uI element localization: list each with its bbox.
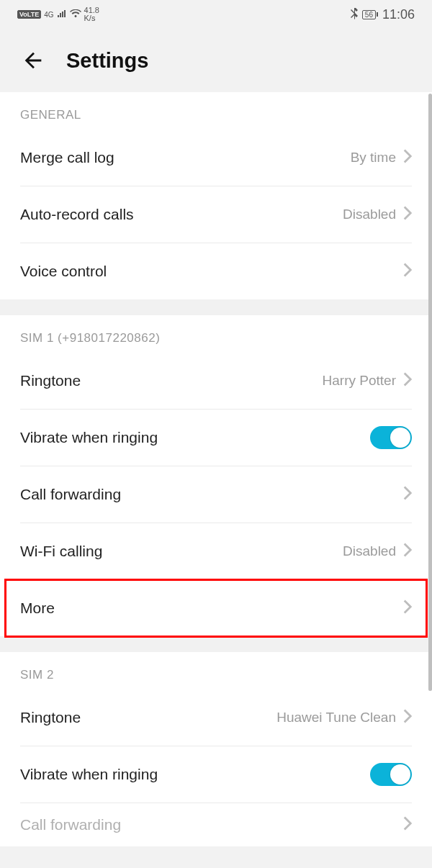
- signal-icon: [57, 9, 67, 20]
- row-label: Call forwarding: [20, 816, 403, 833]
- data-speed: 41.8K/s: [84, 6, 99, 22]
- row-label: Vibrate when ringing: [20, 766, 370, 783]
- row-label: Vibrate when ringing: [20, 429, 370, 446]
- row-value: Huawei Tune Clean: [276, 710, 396, 725]
- chevron-right-icon: [403, 372, 412, 389]
- scroll-indicator[interactable]: [428, 94, 432, 691]
- row-sim2-ringtone[interactable]: Ringtone Huawei Tune Clean: [0, 690, 432, 746]
- row-label: Call forwarding: [20, 486, 403, 503]
- volte-badge: VoLTE: [17, 10, 41, 19]
- chevron-right-icon: [403, 149, 412, 166]
- section-header-sim1: SIM 1 (+918017220862): [0, 315, 432, 353]
- chevron-right-icon: [403, 709, 412, 726]
- row-label: Auto-record calls: [20, 206, 343, 223]
- row-sim1-vibrate[interactable]: Vibrate when ringing: [0, 410, 432, 466]
- settings-content: General Merge call log By time Auto-reco…: [0, 92, 432, 846]
- chevron-right-icon: [403, 206, 412, 223]
- page-title: Settings: [66, 49, 148, 73]
- app-header: Settings: [0, 29, 432, 92]
- wifi-icon: [70, 9, 81, 20]
- row-voice-control[interactable]: Voice control: [0, 243, 432, 299]
- clock: 11:06: [382, 7, 415, 22]
- section-header-general: General: [0, 92, 432, 130]
- back-arrow-icon: [21, 48, 45, 73]
- bluetooth-icon: [351, 8, 358, 22]
- row-sim2-vibrate[interactable]: Vibrate when ringing: [0, 746, 432, 803]
- row-value: Disabled: [343, 543, 396, 559]
- toggle-switch[interactable]: [370, 426, 412, 449]
- row-label: Ringtone: [20, 372, 323, 389]
- chevron-right-icon: [403, 263, 412, 280]
- toggle-switch[interactable]: [370, 763, 412, 786]
- chevron-right-icon: [403, 816, 412, 833]
- chevron-right-icon: [403, 486, 412, 503]
- row-sim1-call-forwarding[interactable]: Call forwarding: [0, 466, 432, 523]
- row-sim1-more[interactable]: More: [0, 580, 432, 636]
- status-bar: VoLTE 4G 41.8K/s 56 11:06: [0, 0, 432, 29]
- row-label: Merge call log: [20, 149, 351, 166]
- row-merge-call-log[interactable]: Merge call log By time: [0, 130, 432, 186]
- section-header-sim2: SIM 2: [0, 652, 432, 690]
- row-value: Disabled: [343, 207, 396, 222]
- row-label: Ringtone: [20, 709, 276, 726]
- row-value: Harry Potter: [323, 373, 396, 389]
- row-label: Voice control: [20, 263, 403, 280]
- network-type: 4G: [44, 11, 53, 19]
- back-button[interactable]: [20, 48, 46, 73]
- row-label: Wi-Fi calling: [20, 543, 343, 560]
- chevron-right-icon: [403, 543, 412, 560]
- row-sim2-call-forwarding[interactable]: Call forwarding: [0, 803, 432, 846]
- chevron-right-icon: [403, 600, 412, 617]
- row-auto-record-calls[interactable]: Auto-record calls Disabled: [0, 186, 432, 243]
- row-sim1-wifi-calling[interactable]: Wi-Fi calling Disabled: [0, 523, 432, 579]
- row-sim1-ringtone[interactable]: Ringtone Harry Potter: [0, 353, 432, 409]
- row-value: By time: [351, 150, 396, 166]
- battery-icon: 56: [362, 10, 378, 19]
- row-label: More: [20, 600, 403, 617]
